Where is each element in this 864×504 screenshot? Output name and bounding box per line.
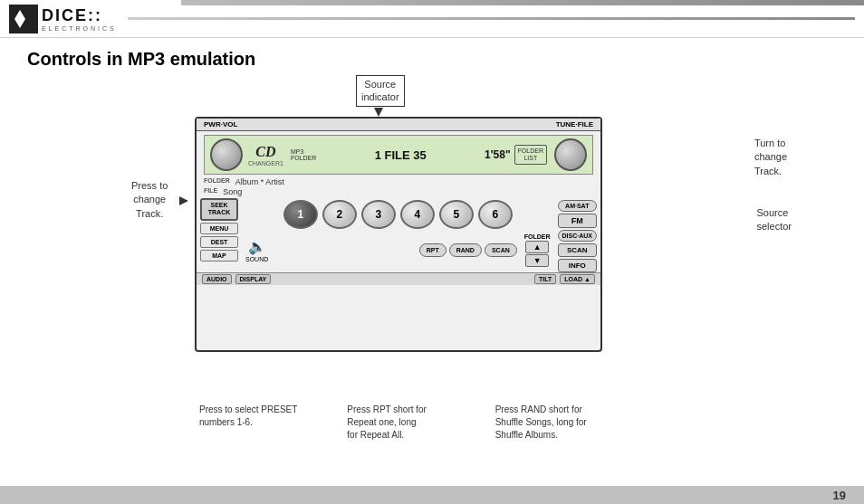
song-row: FILE Song	[197, 187, 600, 198]
source-indicator-label: Source indicator	[356, 75, 405, 107]
fm-button[interactable]: FM	[558, 214, 597, 228]
am-sat-button[interactable]: AM·SAT	[558, 200, 597, 212]
preset-btn-5[interactable]: 5	[439, 200, 474, 229]
radio-display: CD CHANGER1 MP3 FOLDER 1 FILE 35 1'58" F…	[204, 135, 593, 175]
folder-label-tag: FOLDER	[204, 177, 230, 186]
center-col: 1 2 3 4 5 6 🔈 SOUND	[242, 198, 554, 269]
bottom-controls-row: 🔈 SOUND RPT RAND SCAN	[242, 232, 554, 269]
changer-text: CHANGER1	[248, 160, 283, 166]
footer-left: AUDIO DISPLAY	[202, 274, 271, 284]
right-knob[interactable]	[554, 138, 587, 171]
turn-change-track-text: Turn to change Track.	[754, 138, 787, 176]
page-bottom-bar: 19	[0, 486, 864, 504]
annotation-rpt-text: Press RPT short for Repeat one, long for…	[347, 404, 427, 440]
folder-updown: FOLDER ▲ ▼	[524, 233, 551, 267]
radio-top-row: PWR·VOL TUNE·FILE	[197, 119, 600, 131]
pwr-vol-label: PWR·VOL	[204, 120, 237, 128]
preset-btn-3[interactable]: 3	[361, 200, 396, 229]
scan-right-button[interactable]: SCAN	[558, 243, 597, 257]
preset-btn-2[interactable]: 2	[322, 200, 357, 229]
logo-icon	[9, 5, 38, 33]
folder-display-label: FOLDER	[291, 155, 316, 161]
annotation-rpt: Press RPT short for Repeat one, long for…	[342, 404, 481, 442]
logo-sub: ELECTRONICS	[42, 25, 117, 32]
sound-label: SOUND	[245, 256, 268, 262]
controls-row: SEEKTRACK MENU DEST MAP 1 2 3 4 5 6	[197, 198, 600, 272]
source-indicator-arrow	[374, 108, 383, 117]
press-change-track-arrow	[179, 196, 188, 205]
rpt-button[interactable]: RPT	[419, 243, 446, 257]
map-button[interactable]: MAP	[200, 250, 238, 262]
left-knob[interactable]	[210, 138, 243, 171]
tune-file-label: TUNE·FILE	[556, 120, 593, 128]
song-text: Song	[223, 187, 242, 196]
logo-text: DICE::	[42, 6, 117, 25]
preset-buttons-row: 1 2 3 4 5 6	[242, 200, 554, 229]
tilt-button[interactable]: TILT	[534, 274, 556, 284]
file-info: 1 FILE 35	[375, 148, 427, 162]
audio-button[interactable]: AUDIO	[202, 274, 232, 284]
left-button-col: SEEKTRACK MENU DEST MAP	[200, 198, 238, 262]
source-selector-label: Source selector	[756, 206, 792, 234]
dest-button[interactable]: DEST	[200, 236, 238, 248]
folder-up-button[interactable]: ▲	[525, 241, 549, 253]
disc-aux-button[interactable]: DISC·AUX	[558, 230, 597, 242]
speaker-icon: 🔈	[248, 238, 266, 255]
folder-down-button[interactable]: ▼	[525, 254, 549, 267]
preset-btn-4[interactable]: 4	[400, 200, 435, 229]
menu-button[interactable]: MENU	[200, 223, 238, 234]
annotation-rand: Press RAND short for Shuffle Songs, long…	[491, 404, 629, 442]
folder-list-btn[interactable]: FOLDER LIST	[514, 145, 547, 166]
rand-button[interactable]: RAND	[449, 243, 482, 257]
load-button[interactable]: LOAD ▲	[560, 274, 595, 284]
cd-text: CD	[255, 144, 275, 160]
press-change-track-text: Press to change Track.	[131, 180, 168, 219]
radio-unit: PWR·VOL TUNE·FILE CD CHANGER1 MP3 FOLDER…	[195, 117, 602, 352]
page-number: 19	[833, 489, 846, 502]
right-button-col: AM·SAT FM DISC·AUX SCAN INFO	[558, 200, 597, 272]
top-accent-bar	[181, 0, 864, 5]
mp3-label: MP3	[291, 148, 316, 155]
folder-label-bottom: FOLDER	[524, 233, 551, 240]
annotation-preset: Press to select PRESET numbers 1-6.	[195, 404, 333, 442]
seek-track-button[interactable]: SEEKTRACK	[200, 198, 238, 221]
bottom-annotations: Press to select PRESET numbers 1-6. Pres…	[195, 404, 629, 442]
album-artist-row: FOLDER Album * Artist	[197, 176, 600, 187]
page-title: Controls in MP3 emulation	[27, 49, 837, 70]
press-change-track-left-label: Press to change Track.	[131, 179, 168, 221]
album-artist-text: Album * Artist	[235, 177, 284, 186]
footer-right: TILT LOAD ▲	[534, 274, 595, 284]
sound-area: 🔈 SOUND	[245, 238, 268, 262]
preset-btn-1[interactable]: 1	[283, 200, 318, 229]
folder-rpt-col: RPT RAND SCAN	[419, 243, 517, 257]
top-line-decoration	[128, 17, 855, 20]
file-label-tag: FILE	[204, 187, 217, 196]
turn-change-track-label: Turn to change Track.	[754, 137, 787, 178]
display-time: 1'58"	[485, 148, 511, 161]
radio-footer: AUDIO DISPLAY TILT LOAD ▲	[197, 272, 600, 285]
scan-bottom-button[interactable]: SCAN	[485, 243, 517, 257]
display-button[interactable]: DISPLAY	[235, 274, 272, 284]
preset-btn-6[interactable]: 6	[478, 200, 513, 229]
logo-area: DICE:: ELECTRONICS	[9, 5, 117, 33]
top-bar: DICE:: ELECTRONICS	[0, 0, 864, 38]
annotation-preset-text: Press to select PRESET numbers 1-6.	[199, 404, 297, 427]
annotation-rand-text: Press RAND short for Shuffle Songs, long…	[495, 404, 587, 440]
svg-marker-0	[14, 10, 25, 28]
source-indicator-text: Source indicator	[361, 79, 399, 102]
source-selector-text: Source selector	[756, 207, 792, 232]
rpt-rand-scan-row: RPT RAND SCAN	[419, 243, 517, 257]
main-content: Source indicator Press to change Track. …	[0, 75, 864, 491]
info-button[interactable]: INFO	[558, 259, 597, 272]
